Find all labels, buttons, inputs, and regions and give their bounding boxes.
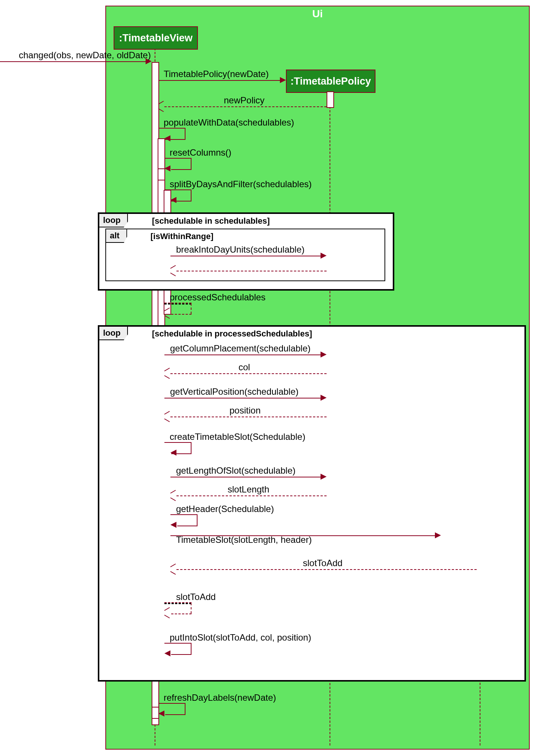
msg-reset-columns [164, 158, 191, 159]
msg-label: col [239, 362, 250, 373]
msg-split [164, 189, 191, 190]
msg-label: refreshDayLabels(newDate) [164, 692, 276, 703]
activation-view-refresh [152, 707, 159, 719]
frame-alt-within-range: alt [isWithinRange] [105, 229, 385, 281]
msg-label: position [229, 405, 261, 416]
frame-loop-processed: loop [schedulable in processedSchedulabl… [98, 325, 526, 682]
msg-label: getHeader(Schedulable) [176, 504, 274, 514]
msg-label: resetColumns() [170, 147, 231, 158]
msg-label: slotToAdd [176, 592, 216, 602]
msg-refresh-day-labels [158, 703, 185, 704]
msg-label: TimetablePolicy(newDate) [164, 69, 269, 79]
msg-create-timetable-slot [164, 442, 191, 443]
participant-label: :TimetableView [119, 32, 193, 44]
msg-label: getColumnPlacement(schedulable) [170, 343, 311, 354]
ui-region-title: Ui [106, 8, 529, 20]
frame-guard: [schedulable in processedSchedulables] [152, 329, 312, 339]
activation-view-reset [158, 168, 165, 180]
participant-label: :TimetablePolicy [290, 76, 371, 87]
return-processed-schedulables [164, 303, 191, 305]
msg-label: getVerticalPosition(schedulable) [170, 386, 299, 397]
msg-label: slotToAdd [303, 558, 342, 568]
frame-operator: loop [99, 327, 128, 340]
msg-label: processedSchedulables [170, 292, 266, 303]
activation-policy-ctor [327, 91, 334, 108]
sequence-diagram: Ui :TimetableView :TimetablePolicy :Time… [0, 0, 541, 756]
frame-operator: loop [99, 214, 128, 227]
frame-operator: alt [106, 229, 127, 243]
msg-get-header [170, 514, 198, 515]
msg-label: breakIntoDayUnits(schedulable) [176, 244, 305, 255]
return-slot-to-add-self [164, 602, 191, 604]
msg-label: TimetableSlot(slotLength, header) [176, 535, 312, 545]
msg-label: splitByDaysAndFilter(schedulables) [170, 179, 312, 189]
frame-guard: [isWithinRange] [150, 232, 213, 241]
msg-label: getLengthOfSlot(schedulable) [176, 465, 296, 476]
participant-timetable-policy: :TimetablePolicy [286, 70, 375, 93]
msg-label: newPolicy [224, 95, 264, 106]
msg-label: populateWithData(schedulables) [164, 117, 294, 128]
msg-put-into-slot [164, 643, 191, 644]
msg-populate [158, 128, 185, 129]
participant-timetable-view: :TimetableView [114, 26, 198, 50]
msg-label: changed(obs, newDate, oldDate) [19, 50, 151, 61]
msg-label: putIntoSlot(slotToAdd, col, position) [170, 632, 311, 643]
frame-guard: [schedulable in schedulables] [152, 216, 270, 226]
msg-label: createTimetableSlot(Schedulable) [170, 432, 305, 442]
msg-label: slotLength [228, 484, 269, 495]
